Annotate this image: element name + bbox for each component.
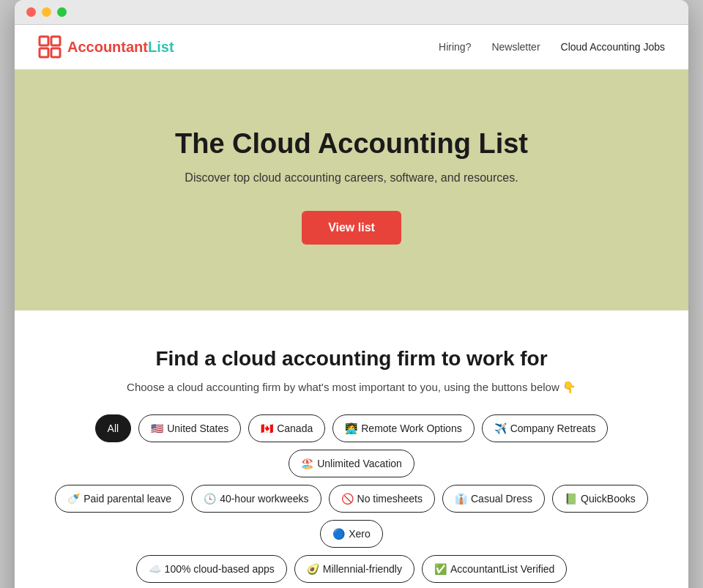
filter-40hour-label: 40-hour workweeks <box>220 493 308 505</box>
filter-cloud-apps[interactable]: ☁️ 100% cloud-based apps <box>136 555 287 583</box>
logo[interactable]: AccountantList <box>38 35 174 59</box>
filter-quickbooks-label: QuickBooks <box>581 493 636 505</box>
verified-icon: ✅ <box>434 563 447 575</box>
filter-remote-label: Remote Work Options <box>361 423 461 434</box>
logo-text: AccountantList <box>67 39 174 56</box>
filter-verified-label: AccountantList Verified <box>450 563 554 575</box>
filter-no-timesheets[interactable]: 🚫 No timesheets <box>329 485 435 513</box>
filter-parental-leave[interactable]: 🍼 Paid parental leave <box>55 485 184 513</box>
filter-40-hour[interactable]: 🕓 40-hour workweeks <box>191 485 321 513</box>
filter-millennial-label: Millennial-friendly <box>323 563 402 575</box>
quickbooks-icon: 📗 <box>565 493 577 505</box>
filter-quickbooks[interactable]: 📗 QuickBooks <box>552 485 648 513</box>
filter-section: Find a cloud accounting firm to work for… <box>15 310 688 588</box>
nav-cloud-jobs[interactable]: Cloud Accounting Jobs <box>561 41 665 53</box>
svg-rect-1 <box>51 37 60 45</box>
svg-rect-0 <box>40 37 48 45</box>
maximize-dot[interactable] <box>57 7 67 17</box>
flag-us-icon: 🇺🇸 <box>151 423 163 434</box>
svg-rect-2 <box>40 48 48 57</box>
filter-cloud-label: 100% cloud-based apps <box>165 563 275 575</box>
nav-hiring[interactable]: Hiring? <box>439 41 471 53</box>
filter-millennial[interactable]: 🥑 Millennial-friendly <box>294 555 414 583</box>
parental-icon: 🍼 <box>67 493 80 505</box>
browser-chrome <box>15 0 688 25</box>
filter-canada-label: Canada <box>277 423 313 434</box>
filter-subtitle: Choose a cloud accounting firm by what's… <box>38 381 665 394</box>
filter-canada[interactable]: 🇨🇦 Canada <box>248 414 325 442</box>
filter-row-3: ☁️ 100% cloud-based apps 🥑 Millennial-fr… <box>38 555 665 583</box>
filter-all[interactable]: All <box>95 414 132 442</box>
filter-title: Find a cloud accounting firm to work for <box>38 347 665 371</box>
minimize-dot[interactable] <box>42 7 51 17</box>
casual-dress-icon: 👔 <box>455 493 467 505</box>
hero-title: The Cloud Accounting List <box>38 128 665 160</box>
cloud-icon: ☁️ <box>149 563 161 575</box>
filter-casual-dress[interactable]: 👔 Casual Dress <box>442 485 545 513</box>
filter-casual-label: Casual Dress <box>471 493 532 505</box>
filter-row-1: All 🇺🇸 United States 🇨🇦 Canada 👩‍💻 Remot… <box>38 414 665 477</box>
flag-ca-icon: 🇨🇦 <box>261 423 273 434</box>
xero-icon: 🔵 <box>332 528 345 540</box>
filter-row-2: 🍼 Paid parental leave 🕓 40-hour workweek… <box>38 485 665 548</box>
filter-parental-label: Paid parental leave <box>83 493 171 505</box>
filter-xero[interactable]: 🔵 Xero <box>320 520 383 548</box>
close-dot[interactable] <box>26 7 36 17</box>
logo-icon <box>38 35 62 59</box>
no-timesheets-icon: 🚫 <box>341 493 354 505</box>
filter-unlimited-vacation[interactable]: 🏖️ Unlimited Vacation <box>289 450 414 477</box>
filter-no-timesheets-label: No timesheets <box>357 493 423 505</box>
nav-newsletter[interactable]: Newsletter <box>491 41 540 53</box>
millennial-icon: 🥑 <box>307 563 319 575</box>
retreats-icon: ✈️ <box>494 423 507 434</box>
hero-section: The Cloud Accounting List Discover top c… <box>15 70 688 310</box>
filter-verified[interactable]: ✅ AccountantList Verified <box>422 555 567 583</box>
filter-united-states[interactable]: 🇺🇸 United States <box>138 414 241 442</box>
filter-all-label: All <box>108 423 119 434</box>
filter-xero-label: Xero <box>349 528 371 540</box>
browser-window: AccountantList Hiring? Newsletter Cloud … <box>15 0 688 588</box>
navbar: AccountantList Hiring? Newsletter Cloud … <box>15 25 688 70</box>
filter-us-label: United States <box>167 423 228 434</box>
filter-retreats-label: Company Retreats <box>510 423 596 434</box>
hero-subtitle: Discover top cloud accounting careers, s… <box>38 171 665 185</box>
svg-rect-3 <box>51 48 60 57</box>
remote-work-icon: 👩‍💻 <box>345 423 357 434</box>
filter-vacation-label: Unlimited Vacation <box>317 458 402 469</box>
nav-links: Hiring? Newsletter Cloud Accounting Jobs <box>439 41 665 53</box>
view-list-button[interactable]: View list <box>302 211 401 245</box>
filter-remote-work[interactable]: 👩‍💻 Remote Work Options <box>332 414 474 442</box>
clock-icon: 🕓 <box>204 493 216 505</box>
filter-company-retreats[interactable]: ✈️ Company Retreats <box>482 414 609 442</box>
vacation-icon: 🏖️ <box>301 458 313 469</box>
